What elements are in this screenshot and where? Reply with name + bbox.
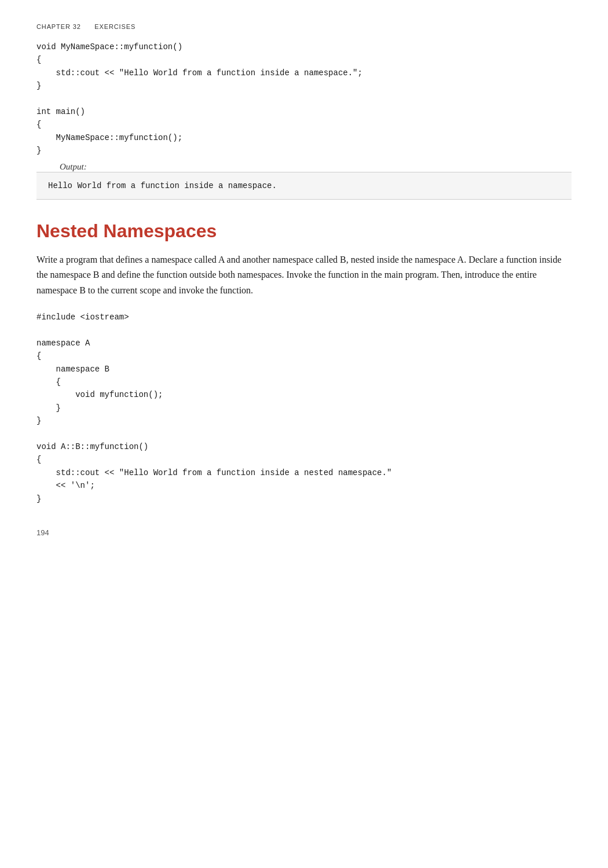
nested-code-block: #include <iostream> namespace A { namesp…: [36, 311, 572, 505]
section-description: Write a program that defines a namespace…: [36, 252, 572, 298]
top-code-lines: void MyNameSpace::myfunction() { std::co…: [36, 41, 572, 157]
output-text: Hello World from a function inside a nam…: [48, 179, 560, 192]
chapter-section: EXERCISES: [94, 23, 135, 30]
nested-code-lines: #include <iostream> namespace A { namesp…: [36, 311, 572, 505]
output-label: Output:: [60, 162, 572, 172]
section-title: Nested Namespaces: [36, 220, 572, 242]
output-box: Hello World from a function inside a nam…: [36, 172, 572, 200]
chapter-number: CHAPTER 32: [36, 23, 81, 30]
chapter-header: CHAPTER 32 EXERCISES: [36, 23, 572, 30]
top-code-block: void MyNameSpace::myfunction() { std::co…: [36, 41, 572, 157]
page-number: 194: [36, 528, 572, 537]
